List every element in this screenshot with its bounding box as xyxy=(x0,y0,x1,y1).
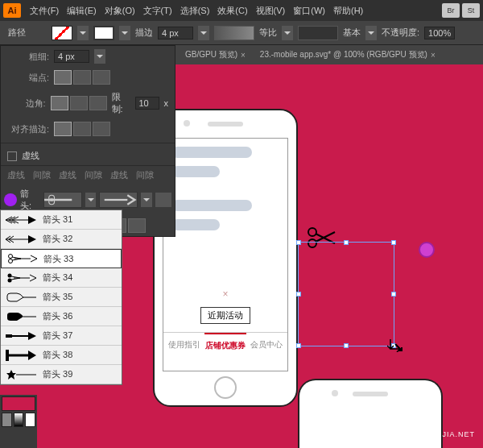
corner-bevel[interactable] xyxy=(89,96,107,110)
cap-square[interactable] xyxy=(93,70,110,85)
profile-seg[interactable] xyxy=(298,26,338,40)
menu-object[interactable]: 对象(O) xyxy=(101,5,139,17)
stroke-dropdown[interactable] xyxy=(119,26,130,40)
cap-butt[interactable] xyxy=(54,70,72,85)
col: 间隙 xyxy=(136,169,154,181)
selection-box[interactable] xyxy=(298,242,394,346)
align-outside[interactable] xyxy=(93,122,110,136)
phone-nav: 使用指引 店铺优惠券 会员中心 xyxy=(163,332,287,356)
handle-mr[interactable] xyxy=(391,292,396,297)
mode-color[interactable] xyxy=(2,413,12,427)
arrow-option-label: 箭头 38 xyxy=(43,349,72,361)
handle-tm[interactable] xyxy=(344,240,349,245)
vsp-seg[interactable] xyxy=(214,26,254,40)
handle-tr[interactable] xyxy=(391,240,396,245)
star-arrow-icon xyxy=(6,369,38,380)
arrowhead-dropdown: 箭头 31 箭头 32 箭头 33 箭头 34 箭头 35 箭头 36 箭头 3… xyxy=(0,209,122,385)
weight-dd[interactable] xyxy=(94,49,105,64)
tab-close-icon[interactable]: × xyxy=(431,51,436,60)
cap-round[interactable] xyxy=(73,70,91,85)
menu-effect[interactable]: 效果(C) xyxy=(213,5,251,17)
corner-miter[interactable] xyxy=(51,96,68,110)
scale-dd[interactable] xyxy=(282,26,293,40)
col: 间隙 xyxy=(85,169,102,181)
accent-circle xyxy=(419,242,435,258)
stroke-swatch[interactable] xyxy=(93,26,114,40)
house-logo-icon xyxy=(362,414,391,440)
menu-help[interactable]: 帮助(H) xyxy=(329,5,367,17)
arrow-start-dd[interactable] xyxy=(85,193,97,207)
arrow-end-select[interactable] xyxy=(99,192,138,208)
arrow-start-select[interactable] xyxy=(43,192,82,208)
tab-close-icon[interactable]: × xyxy=(241,51,246,60)
align-center[interactable] xyxy=(54,122,72,136)
limit-input[interactable] xyxy=(135,97,159,110)
mode-none[interactable] xyxy=(25,413,35,427)
bridge-icon[interactable]: Br xyxy=(442,3,460,18)
tab-label: 23.-mobile app.svg* @ 100% (RGB/GPU 预览) xyxy=(260,49,427,60)
stroke-weight-input[interactable] xyxy=(158,27,193,39)
handle-bl[interactable] xyxy=(296,343,301,348)
speaker-slot xyxy=(353,392,388,396)
align-buttons xyxy=(54,122,110,136)
dashed-checkbox[interactable] xyxy=(7,151,17,161)
arrow-option-label: 箭头 33 xyxy=(43,253,73,265)
color-toolstrip xyxy=(0,395,37,448)
stroke-weight-dd[interactable] xyxy=(198,26,209,40)
arrow-option-35[interactable]: 箭头 35 xyxy=(1,288,122,307)
svg-rect-17 xyxy=(380,418,383,424)
handle-bm[interactable] xyxy=(344,343,349,348)
document-tabs: GB/GPU 预览) × 23.-mobile app.svg* @ 100% … xyxy=(175,45,483,64)
opacity-label: 不透明度: xyxy=(382,27,419,39)
nav-guide: 使用指引 xyxy=(163,333,204,356)
feather-arrow-icon xyxy=(6,234,38,245)
fill-swatch[interactable] xyxy=(52,26,72,40)
corner-round[interactable] xyxy=(70,96,88,110)
opacity-input[interactable] xyxy=(424,27,455,39)
arrow-option-label: 箭头 35 xyxy=(43,291,72,303)
fill-dropdown[interactable] xyxy=(77,26,89,40)
menubar: Ai 文件(F) 编辑(E) 对象(O) 文字(T) 选择(S) 效果(C) 视… xyxy=(0,0,483,21)
arrow-option-32[interactable]: 箭头 32 xyxy=(1,230,122,249)
arrow-end-dd[interactable] xyxy=(141,193,152,207)
mode-gradient[interactable] xyxy=(14,413,24,427)
stock-icon[interactable]: St xyxy=(462,3,480,18)
menu-file[interactable]: 文件(F) xyxy=(26,5,63,17)
col: 虚线 xyxy=(110,169,128,181)
stroke-panel: 粗细: 端点: 边角: 限制: x 对齐描边: 虚线 虚线 xyxy=(0,45,175,237)
menu-type[interactable]: 文字(T) xyxy=(139,5,176,17)
profile-label: 基本 xyxy=(343,27,361,39)
path-label: 路径 xyxy=(8,27,26,39)
scissors-arrow-icon xyxy=(6,253,39,264)
handle-tl[interactable] xyxy=(296,240,301,245)
fg-swatch[interactable] xyxy=(2,396,35,411)
cap-buttons xyxy=(54,70,110,85)
doc-tab-2[interactable]: 23.-mobile app.svg* @ 100% (RGB/GPU 预览) … xyxy=(255,48,440,62)
arrow-option-label: 箭头 31 xyxy=(43,214,72,226)
weight-label: 粗细: xyxy=(7,51,49,63)
arrow-align-b[interactable] xyxy=(128,218,146,233)
hand-arrow-icon xyxy=(6,311,38,322)
weight-input[interactable] xyxy=(54,50,89,63)
menu-edit[interactable]: 编辑(E) xyxy=(63,5,101,17)
menu-select[interactable]: 选择(S) xyxy=(176,5,214,17)
svg-point-6 xyxy=(8,273,12,277)
arrow-option-label: 箭头 37 xyxy=(43,330,72,342)
arrow-option-39[interactable]: 箭头 39 xyxy=(1,365,122,384)
menu-window[interactable]: 窗口(W) xyxy=(289,5,329,17)
align-inside[interactable] xyxy=(73,122,91,136)
menu-view[interactable]: 视图(V) xyxy=(252,5,290,17)
options-bar: 路径 描边 等比 基本 不透明度: xyxy=(0,21,483,45)
handle-ml[interactable] xyxy=(296,292,301,297)
swap-arrows-icon[interactable] xyxy=(155,193,171,207)
svg-rect-10 xyxy=(6,334,12,338)
arrow-option-36[interactable]: 箭头 36 xyxy=(1,307,122,326)
doc-tab-1[interactable]: GB/GPU 预览) × xyxy=(180,48,250,62)
arrow-option-38[interactable]: 箭头 38 xyxy=(1,346,122,365)
arrow-option-34[interactable]: 箭头 34 xyxy=(1,268,122,288)
arrow-option-37[interactable]: 箭头 37 xyxy=(1,326,122,346)
arrow-option-33[interactable]: 箭头 33 xyxy=(1,249,122,268)
svg-point-4 xyxy=(9,255,13,259)
profile-dd[interactable] xyxy=(365,26,377,40)
arrow-option-31[interactable]: 箭头 31 xyxy=(1,210,122,230)
